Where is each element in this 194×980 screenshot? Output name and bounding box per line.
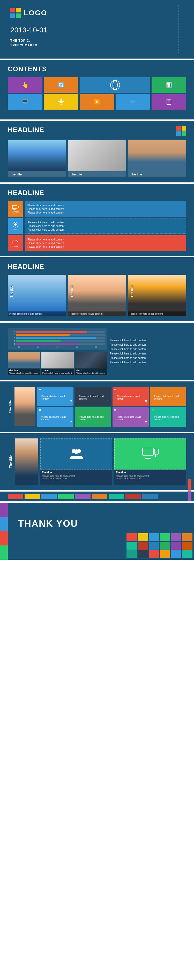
quote-open-2: " [76, 388, 79, 393]
quote-card-4[interactable]: " Please click here to add content " [150, 387, 186, 406]
svg-rect-6 [60, 103, 62, 105]
bar-1: 1 [10, 330, 105, 333]
device-content-1[interactable]: Please click here to add content Please … [25, 201, 186, 216]
small-card-title-1: The title [9, 369, 39, 372]
device-line-2-1: Please click here to add content [28, 221, 183, 224]
chart-left-col: 1 2 3 4 5 [8, 328, 107, 375]
contents-title: CONTENTS [8, 65, 186, 73]
quote-close-2: " [107, 399, 110, 405]
tall-card-1[interactable]: The title Please click here to add conte… [8, 275, 66, 316]
small-card-content-3: Please click here to add content [76, 372, 106, 374]
quote-card-8[interactable]: " Please click here to add content " [150, 407, 186, 427]
bar-x-labels: 1020304050 [10, 346, 105, 348]
device-line-1-2: Please click here to add content [27, 208, 184, 210]
device-line-3-3: Please click here to add content [27, 245, 184, 248]
svg-rect-7 [58, 101, 60, 102]
quote-card-6[interactable]: " Please click here to add content " [75, 407, 111, 427]
ty-bar-blue [0, 517, 8, 531]
tg-2 [137, 533, 148, 541]
ab-green [58, 494, 74, 500]
team-layout: The title The title Please c [8, 438, 186, 485]
small-card-title-2: The ti [43, 369, 73, 372]
document-icon [165, 98, 172, 105]
chart-right-col: Please click here to add content Please … [110, 328, 186, 375]
globe-icon [109, 79, 121, 91]
cloud-icon [13, 239, 19, 245]
cover-dashed-line [178, 5, 178, 53]
quote-card-1[interactable]: " Please click here to add content " [37, 387, 73, 406]
quote-open-8: " [151, 408, 154, 414]
ty-bar-red [0, 531, 8, 546]
accent-blue-1 [176, 131, 181, 136]
tall-img-3 [128, 275, 186, 316]
tall-card-title-2: The title [70, 286, 74, 298]
slide-thankyou: THANK YOU [0, 503, 194, 560]
tg-15 [149, 550, 159, 558]
logo-grid-icon [10, 8, 21, 18]
slide-cover: LOGO 2013-10-01 THE TOPIC: SPEECHMAKER: [0, 0, 194, 59]
img-label-3: The title [128, 171, 186, 177]
tall-cards-row: The title Please click here to add conte… [8, 275, 186, 316]
ab-blue [41, 494, 57, 500]
tall-card-3[interactable]: The title Please click here to add conte… [128, 275, 186, 316]
tall-card-2[interactable]: The title Please click here to add conte… [68, 275, 126, 316]
team-card-1[interactable]: The title Please click here to add conte… [40, 438, 112, 485]
svg-rect-13 [13, 205, 17, 208]
quote-close-1: " [69, 399, 72, 405]
tall-card-content-1: Please click here to add content [9, 312, 43, 315]
slide-charts: 1 2 3 4 5 [0, 323, 194, 380]
slide-headline-1: HEADLINE The title The title The title [0, 121, 194, 183]
small-card-title-3: The ti [76, 369, 106, 372]
team-title-col: The title [8, 438, 13, 485]
quote-close-4: " [182, 399, 185, 405]
slide-devices: HEADLINE Devices Please click here to ad… [0, 184, 194, 256]
small-img-card-2[interactable]: The ti Please click here to add content [41, 352, 74, 375]
quote-card-2[interactable]: " Please click here to add content " [75, 387, 111, 406]
add-content-6[interactable]: Please click here to add content [110, 361, 186, 364]
add-content-2[interactable]: Please click here to add content [110, 343, 186, 346]
img-card-3[interactable]: The title [128, 140, 186, 177]
quote-card-7[interactable]: " Please click here to add content " [112, 407, 149, 427]
svg-point-22 [74, 449, 79, 454]
small-img-card-1[interactable]: The title Please click here to add conte… [8, 352, 40, 375]
device-content-3[interactable]: Please click here to add content Please … [25, 235, 186, 251]
bar-chart: 1 2 3 4 5 [8, 328, 107, 350]
small-img-card-3[interactable]: The ti Please click here to add content [75, 352, 107, 375]
svg-rect-14 [17, 206, 19, 208]
tg-10 [160, 542, 170, 550]
add-content-3[interactable]: Please click here to add content [110, 348, 186, 351]
quote-text-4: Please click here to add content [152, 392, 184, 401]
team-card-2-line1: Please click here to add content [116, 475, 185, 477]
people-icon [69, 447, 84, 460]
tall-img-2 [68, 275, 126, 316]
tall-card-title-3: The title [130, 286, 134, 298]
ab-darkblue [142, 494, 158, 500]
add-content-4[interactable]: Please click here to add content [110, 352, 186, 355]
quote-card-5[interactable]: " Please click here to add content " [37, 407, 73, 427]
side-purple [188, 490, 191, 501]
ab-red [8, 494, 23, 500]
small-card-content-2: Please click here to add content [43, 372, 73, 374]
cover-topic: THE TOPIC: [10, 39, 184, 43]
img-card-2[interactable]: The title [68, 140, 126, 177]
team-card-1-body: The title Please click here to add conte… [40, 469, 112, 485]
img-card-1[interactable]: The title [8, 140, 66, 177]
img-label-2: The title [68, 171, 126, 177]
plus-circle-icon [13, 221, 19, 228]
bar-2: 2 [10, 334, 105, 336]
ct-10 [151, 94, 186, 110]
tg-9 [149, 542, 159, 550]
thankyou-text: THANK YOU [18, 518, 186, 529]
ab-purple [75, 494, 90, 500]
device-content-2[interactable]: Please click here to add content Please … [25, 218, 186, 234]
device-row-3: Services Please click here to add conten… [8, 235, 186, 251]
team-card-2[interactable]: The title Please click here to add conte… [114, 438, 186, 485]
add-content-1[interactable]: Please click here to add content [110, 339, 186, 342]
side-red [188, 479, 191, 490]
team-vert-title: The title [8, 455, 13, 468]
quote-card-3[interactable]: " Please click here to add content " [112, 387, 149, 406]
img-person [128, 140, 186, 171]
add-content-5[interactable]: Please click here to add content [110, 356, 186, 360]
tg-3 [149, 533, 159, 541]
ct-6: 🖥️ [8, 94, 43, 110]
